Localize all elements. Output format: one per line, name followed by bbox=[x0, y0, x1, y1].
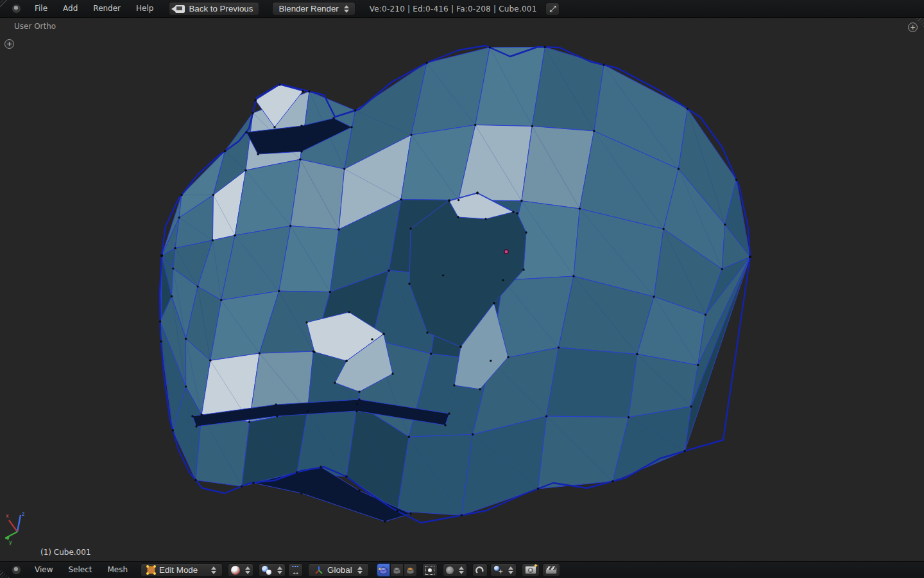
face-select-button[interactable] bbox=[404, 563, 417, 577]
menu-file[interactable]: File bbox=[27, 0, 55, 17]
properties-expand-icon[interactable]: + bbox=[908, 22, 918, 32]
vertex-select-button[interactable] bbox=[377, 563, 390, 577]
viewport-3d[interactable]: User Ortho + + z x y (1) Cube.001 bbox=[0, 18, 924, 561]
active-object-label: (1) Cube.001 bbox=[40, 548, 91, 557]
menu-select[interactable]: Select bbox=[60, 561, 99, 578]
editor-type-icon[interactable] bbox=[12, 4, 21, 13]
scene-statistics: Ve:0-210 | Ed:0-416 | Fa:0-208 | Cube.00… bbox=[370, 4, 537, 13]
object-origin-dot bbox=[504, 250, 508, 254]
maximize-area-button[interactable]: ⤢ bbox=[545, 3, 560, 15]
snap-increment-icon: + bbox=[493, 566, 503, 575]
expand-icon: ⤢ bbox=[549, 4, 556, 14]
corner-grip-icon[interactable] bbox=[0, 0, 10, 10]
opengl-render-anim-icon bbox=[545, 566, 557, 574]
corner-grip-icon[interactable] bbox=[0, 568, 10, 578]
orientation-select[interactable]: Global bbox=[308, 563, 369, 577]
axis-gizmo: z x y bbox=[4, 510, 37, 546]
viewport-header: View Select Mesh Edit Mode ••• ↔ bbox=[0, 561, 924, 578]
edge-select-button[interactable] bbox=[390, 563, 404, 577]
blender-window: File Add Render Help Back to Previous Bl… bbox=[0, 0, 924, 578]
dropdown-arrows-icon bbox=[459, 566, 464, 574]
back-arrow-icon bbox=[175, 5, 185, 13]
opengl-render-anim-button[interactable] bbox=[542, 563, 560, 577]
edit-mode-mesh[interactable] bbox=[0, 18, 924, 561]
pivot-point-select[interactable] bbox=[259, 563, 286, 577]
dropdown-arrows-icon bbox=[211, 566, 216, 574]
view-orientation-label: User Ortho bbox=[14, 22, 56, 31]
axis-icon bbox=[314, 566, 323, 575]
snap-element-select[interactable]: + bbox=[490, 563, 517, 577]
axis-z-label: z bbox=[22, 511, 24, 517]
menu-view[interactable]: View bbox=[27, 561, 60, 578]
back-to-previous-button[interactable]: Back to Previous bbox=[169, 2, 259, 15]
menu-add[interactable]: Add bbox=[55, 0, 85, 17]
viewport-shading-select[interactable] bbox=[228, 563, 253, 577]
dropdown-arrows-icon bbox=[508, 566, 513, 574]
info-header: File Add Render Help Back to Previous Bl… bbox=[0, 0, 924, 18]
face-select-icon bbox=[406, 566, 415, 575]
dropdown-arrows-icon bbox=[277, 566, 282, 574]
snap-magnet-icon bbox=[475, 566, 484, 575]
pivot-point-icon bbox=[262, 566, 272, 575]
snap-toggle-button[interactable] bbox=[472, 563, 488, 577]
viewport-shading-icon bbox=[231, 566, 240, 575]
mode-select[interactable]: Edit Mode bbox=[141, 563, 223, 577]
select-mode-group bbox=[377, 563, 417, 577]
render-engine-select[interactable]: Blender Render bbox=[272, 2, 355, 15]
axis-y-label: y bbox=[9, 539, 12, 545]
dropdown-arrows-icon bbox=[245, 566, 250, 574]
edge-select-icon bbox=[392, 566, 402, 575]
manipulator-toggle-button[interactable]: ••• ↔ bbox=[288, 563, 303, 577]
toolshelf-expand-icon[interactable]: + bbox=[4, 39, 14, 49]
proportional-edit-icon bbox=[446, 566, 454, 574]
dropdown-arrows-icon bbox=[357, 566, 363, 574]
manipulator-toggle-icon: ••• ↔ bbox=[291, 564, 300, 576]
occlude-geometry-icon bbox=[425, 566, 434, 575]
edit-mode-cube-icon bbox=[147, 566, 155, 574]
occlude-geometry-button[interactable] bbox=[422, 563, 438, 577]
menu-render[interactable]: Render bbox=[85, 0, 128, 17]
menu-help[interactable]: Help bbox=[128, 0, 161, 17]
menu-mesh[interactable]: Mesh bbox=[100, 561, 136, 578]
vertex-select-icon bbox=[379, 566, 388, 575]
editor-type-icon[interactable] bbox=[12, 565, 21, 575]
dropdown-arrows-icon bbox=[344, 5, 349, 13]
axis-x-label: x bbox=[6, 513, 9, 519]
proportional-edit-select[interactable] bbox=[443, 563, 467, 577]
opengl-render-icon: ✦ bbox=[525, 566, 536, 574]
opengl-render-button[interactable]: ✦ bbox=[522, 563, 540, 577]
